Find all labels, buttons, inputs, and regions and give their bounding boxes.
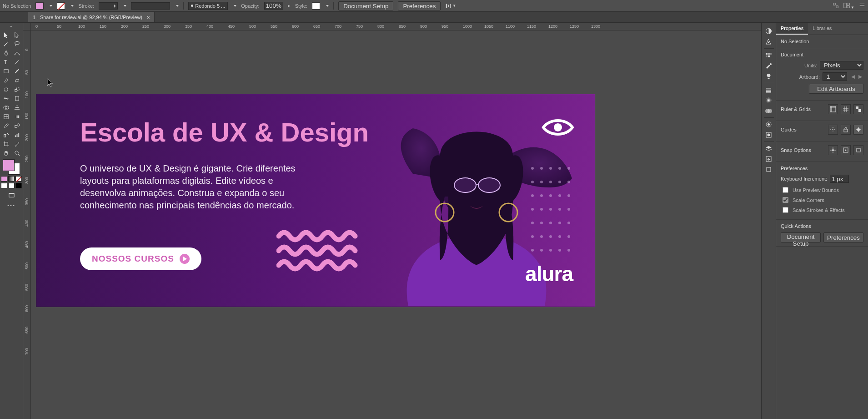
- prev-artboard-icon[interactable]: ◀: [850, 74, 856, 80]
- qa-preferences-button[interactable]: Preferences: [823, 232, 863, 242]
- none-mode-icon[interactable]: [15, 176, 22, 182]
- graphic-style-swatch[interactable]: [312, 2, 320, 10]
- lasso-tool[interactable]: [12, 39, 22, 48]
- grid-toggle-icon[interactable]: [841, 104, 851, 114]
- graphic-style-dropdown[interactable]: [325, 5, 329, 7]
- ruler-origin[interactable]: [23, 23, 31, 30]
- panel-menu-icon[interactable]: [859, 2, 865, 10]
- color-mode-icon[interactable]: [1, 176, 7, 182]
- zoom-tool[interactable]: [12, 148, 22, 157]
- paintbrush-tool[interactable]: [12, 66, 22, 76]
- screen-mode-button[interactable]: [6, 191, 17, 200]
- color-panel-icon[interactable]: [765, 27, 773, 35]
- direct-selection-tool[interactable]: [12, 30, 22, 39]
- gradient-panel-icon[interactable]: [765, 96, 773, 104]
- keyboard-increment-input[interactable]: [830, 175, 849, 183]
- artboard-select[interactable]: 1: [823, 72, 847, 81]
- brush-definition[interactable]: Redondo 5 ...: [188, 2, 228, 10]
- asset-export-panel-icon[interactable]: [765, 155, 773, 163]
- tab-properties[interactable]: Properties: [776, 23, 808, 35]
- use-preview-bounds-checkbox[interactable]: Use Preview Bounds: [781, 186, 863, 194]
- shape-builder-tool[interactable]: [1, 103, 11, 112]
- snap-to-pixel-icon[interactable]: [853, 145, 863, 155]
- magic-wand-tool[interactable]: [1, 39, 11, 48]
- curvature-tool[interactable]: [12, 48, 22, 57]
- canvas[interactable]: 0501001502002503003504004505005506006507…: [23, 23, 761, 419]
- guides-visibility-icon[interactable]: [828, 125, 838, 135]
- pen-tool[interactable]: [1, 48, 11, 57]
- stroke-weight-stepper[interactable]: ▲▼: [99, 2, 118, 10]
- tab-libraries[interactable]: Libraries: [808, 23, 836, 35]
- tool-palette-collapse[interactable]: «: [0, 24, 23, 29]
- artboards-panel-icon[interactable]: [765, 166, 773, 173]
- share-icon[interactable]: [833, 2, 839, 10]
- color-mode-row[interactable]: [1, 176, 22, 182]
- eyedropper-tool[interactable]: [1, 121, 11, 130]
- document-tab[interactable]: 1 - Share for review.ai @ 92,94 % (RGB/P…: [28, 12, 155, 22]
- stroke-weight-dropdown[interactable]: [122, 5, 126, 7]
- draw-normal-icon[interactable]: [1, 183, 7, 188]
- artboard[interactable]: Escola de UX & Design O universo de UX &…: [36, 94, 595, 307]
- scale-corners-checkbox[interactable]: Scale Corners: [781, 196, 863, 204]
- type-tool[interactable]: T: [1, 57, 11, 66]
- artboard-nav[interactable]: ◀▶: [850, 74, 863, 80]
- transparency-panel-icon[interactable]: [765, 107, 773, 115]
- line-tool[interactable]: [12, 57, 22, 66]
- layers-panel-icon[interactable]: [765, 145, 773, 152]
- graphic-styles-panel-icon[interactable]: [765, 131, 773, 139]
- draw-inside-icon[interactable]: [15, 183, 22, 188]
- brush-dropdown[interactable]: [232, 5, 236, 7]
- column-graph-tool[interactable]: [12, 130, 22, 139]
- draw-mode-row[interactable]: [1, 183, 22, 188]
- vertical-ruler[interactable]: 0501001502002503003504004505005506006507…: [23, 30, 31, 419]
- variable-width-profile[interactable]: [131, 2, 170, 10]
- scale-strokes-checkbox[interactable]: Scale Strokes & Effects: [781, 206, 863, 214]
- gradient-tool[interactable]: [12, 112, 22, 121]
- cta-button[interactable]: NOSSOS CURSOS: [80, 247, 201, 270]
- rectangle-tool[interactable]: [1, 66, 11, 76]
- perspective-grid-tool[interactable]: [12, 103, 22, 112]
- guides-lock-icon[interactable]: [841, 125, 851, 135]
- swatches-panel-icon[interactable]: [765, 51, 773, 59]
- free-transform-tool[interactable]: [12, 94, 22, 103]
- align-to-dropdown[interactable]: ▼: [445, 3, 456, 9]
- ruler-toggle-icon[interactable]: [828, 104, 838, 114]
- horizontal-ruler[interactable]: 0501001502002503003504004505005506006507…: [31, 23, 761, 30]
- eraser-tool[interactable]: [12, 76, 22, 85]
- close-tab-icon[interactable]: ×: [147, 15, 150, 20]
- hand-tool[interactable]: [1, 148, 11, 157]
- qa-document-setup-button[interactable]: Document Setup: [781, 232, 821, 242]
- document-setup-button[interactable]: Document Setup: [338, 1, 393, 10]
- slice-tool[interactable]: [12, 139, 22, 148]
- edit-artboards-button[interactable]: Edit Artboards: [809, 84, 863, 94]
- appearance-panel-icon[interactable]: [765, 121, 773, 128]
- next-artboard-icon[interactable]: ▶: [857, 74, 863, 80]
- fill-stroke-swatch[interactable]: [3, 159, 20, 175]
- units-select[interactable]: Pixels: [820, 61, 863, 70]
- draw-behind-icon[interactable]: [8, 183, 15, 188]
- fill-swatch[interactable]: [35, 2, 44, 10]
- opacity-popup-arrow[interactable]: ▸: [288, 3, 291, 9]
- stroke-dropdown[interactable]: [70, 5, 74, 7]
- symbols-panel-icon[interactable]: [765, 72, 773, 80]
- artboard-tool[interactable]: [1, 139, 11, 148]
- edit-toolbar-button[interactable]: •••: [7, 202, 15, 208]
- mesh-tool[interactable]: [1, 112, 11, 121]
- smart-guides-icon[interactable]: [853, 125, 863, 135]
- stroke-swatch[interactable]: [57, 2, 65, 10]
- transparency-grid-icon[interactable]: [853, 104, 863, 114]
- symbol-sprayer-tool[interactable]: [1, 130, 11, 139]
- opacity-input[interactable]: [264, 2, 283, 10]
- gradient-mode-icon[interactable]: [8, 176, 15, 182]
- color-guide-panel-icon[interactable]: [765, 38, 773, 45]
- selection-tool[interactable]: [1, 30, 11, 39]
- snap-to-grid-icon[interactable]: [841, 145, 851, 155]
- width-tool[interactable]: [1, 94, 11, 103]
- brushes-panel-icon[interactable]: [765, 62, 773, 70]
- rotate-tool[interactable]: [1, 85, 11, 94]
- blend-tool[interactable]: [12, 121, 22, 130]
- scale-tool[interactable]: [12, 85, 22, 94]
- stroke-panel-icon[interactable]: [765, 86, 773, 94]
- snap-to-point-icon[interactable]: [828, 145, 838, 155]
- preferences-button[interactable]: Preferences: [398, 1, 441, 10]
